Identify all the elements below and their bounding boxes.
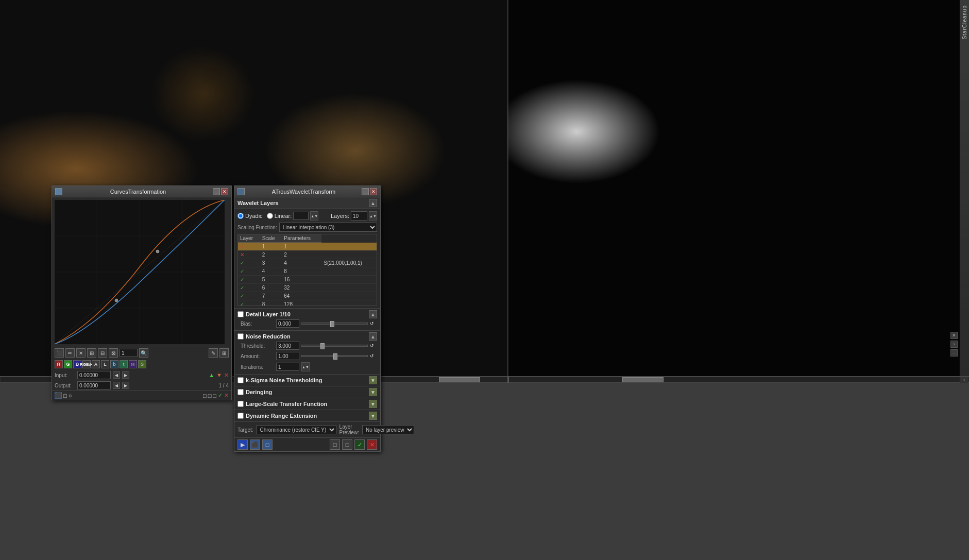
bias-reset-btn[interactable]: ↺ [370, 321, 374, 326]
k-sigma-checkbox[interactable] [237, 377, 244, 383]
curves-minimize-btn[interactable]: _ [213, 188, 220, 195]
curves-pencil-btn[interactable]: ✏ [65, 348, 75, 358]
curves-input-prev[interactable]: ◀ [113, 371, 120, 379]
wavelet-layers-collapse[interactable]: ▲ [369, 199, 377, 207]
large-scale-checkbox[interactable] [237, 401, 244, 407]
curves-bottom-stop[interactable]: □ [63, 393, 67, 399]
large-scale-expand[interactable]: ▼ [369, 400, 377, 408]
curves-bottom-icon[interactable]: ⬛ [55, 392, 62, 399]
curves-zoom-btn[interactable]: 🔍 [139, 348, 148, 358]
layers-count-input[interactable] [351, 211, 367, 220]
curves-channel-b2[interactable]: b [110, 360, 118, 368]
amount-reset-btn[interactable]: ↺ [370, 353, 374, 359]
dynamic-range-expand[interactable]: ▼ [369, 412, 377, 420]
curves-channel-r[interactable]: R [55, 360, 63, 368]
curves-channel-h[interactable]: H [129, 360, 137, 368]
detail-layer-checkbox[interactable] [237, 311, 244, 317]
iterations-input[interactable] [276, 363, 299, 371]
curves-channel-l[interactable]: L [101, 360, 109, 368]
linear-spin-up[interactable]: ▲▼ [310, 211, 318, 220]
curves-bottom-2[interactable]: □ [208, 393, 212, 399]
layers-table-container[interactable]: Layer Scale Parameters ✕11✕22✓34S(21.000… [237, 234, 377, 306]
wavelet-action-icon3[interactable]: □ [262, 439, 273, 450]
wavelet-action-check[interactable]: ✓ [354, 439, 365, 450]
table-row[interactable]: ✓516 [238, 276, 377, 284]
right-scrollbar[interactable]: › [509, 377, 968, 382]
curves-channel-s[interactable]: S [138, 360, 146, 368]
table-row[interactable]: ✓34S(21.000,1.00,1) [238, 259, 377, 267]
curves-bottom-circle[interactable]: ○ [69, 393, 72, 399]
table-row[interactable]: ✓632 [238, 284, 377, 292]
k-sigma-expand[interactable]: ▼ [369, 376, 377, 384]
threshold-slider-knob[interactable] [320, 343, 325, 349]
preview-select[interactable]: No layer preview [362, 425, 414, 434]
threshold-input[interactable] [276, 342, 299, 350]
linear-radio[interactable] [267, 213, 273, 219]
scaling-function-select[interactable]: Linear Interpolation (3) [279, 223, 377, 232]
right-scrollbar-thumb[interactable] [622, 377, 664, 382]
amount-slider[interactable] [301, 355, 368, 357]
dynamic-range-section[interactable]: Dynamic Range Extension ▼ [234, 410, 380, 421]
deringing-section[interactable]: Deringing ▼ [234, 386, 380, 398]
wavelet-action-1[interactable]: □ [330, 439, 340, 450]
threshold-reset-btn[interactable]: ↺ [370, 343, 374, 348]
detail-layer-collapse[interactable]: ▲ [369, 310, 377, 318]
curves-output-prev[interactable]: ◀ [113, 382, 120, 389]
curves-channel-t[interactable]: t [120, 360, 128, 368]
dyadic-radio[interactable] [237, 213, 244, 219]
table-row[interactable]: ✓8128 [238, 300, 377, 307]
table-row[interactable]: ✕11 [238, 243, 377, 251]
curves-table-btn[interactable]: ⊞ [219, 348, 229, 358]
wavelet-action-close[interactable]: ✕ [367, 439, 377, 450]
curves-channel-g[interactable]: G [64, 360, 72, 368]
deringing-checkbox[interactable] [237, 389, 244, 395]
curves-final-x[interactable]: ✕ [224, 392, 229, 399]
linear-value-input[interactable] [293, 212, 309, 220]
threshold-slider[interactable] [301, 345, 368, 347]
amount-input[interactable] [276, 352, 299, 360]
curves-input-field[interactable] [77, 371, 111, 379]
curves-grid-btn[interactable]: ⊞ [87, 348, 96, 358]
curves-channel-a[interactable]: A [92, 360, 100, 368]
curves-canvas[interactable] [55, 200, 225, 344]
curves-close-btn[interactable]: ✕ [221, 188, 228, 195]
wavelet-close-btn[interactable]: ✕ [370, 188, 377, 195]
panel-ctrl-arrow[interactable]: › [950, 341, 958, 348]
amount-slider-knob[interactable] [333, 353, 337, 360]
curves-cross-btn[interactable]: ✕ [76, 348, 86, 358]
curves-output-field[interactable] [77, 381, 111, 389]
bias-slider-knob[interactable] [330, 321, 334, 327]
scrollbar-arrow-right[interactable]: › [960, 377, 968, 383]
bias-input[interactable] [276, 319, 299, 328]
curves-down-btn[interactable]: ▼ [216, 372, 222, 378]
curves-check-btn[interactable]: ✓ [218, 392, 223, 399]
curves-zoom-input[interactable] [120, 349, 138, 357]
curves-bottom-3[interactable]: □ [213, 393, 216, 399]
table-row[interactable]: ✓764 [238, 292, 377, 300]
curves-up-btn[interactable]: ▲ [209, 372, 214, 378]
curves-grid2-btn[interactable]: ⊟ [98, 348, 107, 358]
wavelet-action-2[interactable]: □ [342, 439, 352, 450]
dynamic-range-checkbox[interactable] [237, 413, 244, 419]
wavelet-action-play[interactable]: ▶ [237, 439, 248, 450]
curves-edit-btn[interactable]: ✎ [209, 348, 218, 358]
target-select[interactable]: Chrominance (restore CIE Y) [257, 425, 336, 434]
k-sigma-section[interactable]: k-Sigma Noise Thresholding ▼ [234, 374, 380, 386]
large-scale-section[interactable]: Large-Scale Transfer Function ▼ [234, 398, 380, 410]
table-row[interactable]: ✓48 [238, 267, 377, 276]
deringing-expand[interactable]: ▼ [369, 388, 377, 396]
wavelet-action-icon2[interactable]: ⬛ [250, 439, 260, 450]
curves-reset-btn[interactable]: ✕ [224, 372, 229, 379]
bias-slider[interactable] [301, 323, 368, 325]
noise-reduction-collapse[interactable]: ▲ [369, 332, 377, 341]
table-row[interactable]: ✕22 [238, 251, 377, 259]
panel-ctrl-dot[interactable]: · [950, 349, 958, 357]
layers-spin[interactable]: ▲▼ [369, 211, 377, 220]
curves-tool-icon[interactable]: ⬛ [55, 348, 64, 358]
wavelet-minimize-btn[interactable]: _ [362, 188, 369, 195]
left-scrollbar-thumb[interactable] [439, 377, 480, 382]
curves-bottom-1[interactable]: □ [203, 393, 207, 399]
curves-grid3-btn[interactable]: ⊠ [109, 348, 118, 358]
curves-output-next[interactable]: ▶ [122, 382, 129, 389]
panel-ctrl-x[interactable]: ✕ [950, 332, 958, 339]
